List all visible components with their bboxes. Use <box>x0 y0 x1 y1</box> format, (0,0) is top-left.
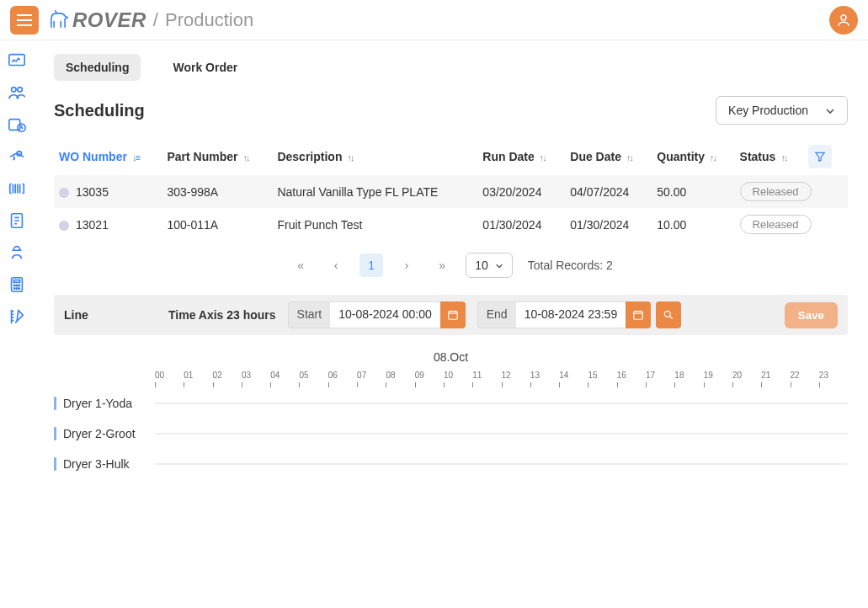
pager-last[interactable]: » <box>430 253 454 277</box>
sidebar-item-finance[interactable] <box>3 143 30 170</box>
timeline-tick: 16 <box>617 371 646 380</box>
sidebar-item-barcode[interactable] <box>3 175 30 202</box>
timeline-tick: 18 <box>674 371 703 380</box>
timeline-tick: 19 <box>704 371 732 380</box>
start-label: Start <box>288 301 331 328</box>
calendar-icon <box>632 309 644 321</box>
timeline-tick: 10 <box>444 371 472 380</box>
timeline-tick: 23 <box>819 371 848 380</box>
filter-select-label: Key Production <box>728 104 808 117</box>
end-calendar-button[interactable] <box>626 301 651 328</box>
svg-rect-17 <box>634 312 643 319</box>
timeline-controls: Line Time Axis 23 hours Start 10-08-2024… <box>54 295 848 335</box>
timeline-row-label: Dryer 2-Groot <box>54 427 155 440</box>
svg-point-12 <box>19 285 19 285</box>
timeline-row-track[interactable] <box>155 463 848 465</box>
sidebar-item-team[interactable] <box>3 79 30 106</box>
col-wo[interactable]: WO Number↓≡ <box>54 138 162 175</box>
header: ROVER / Production <box>0 0 868 40</box>
sidebar-item-production[interactable] <box>3 303 30 330</box>
col-status[interactable]: Status↑↓ <box>735 138 803 175</box>
svg-point-11 <box>16 285 17 285</box>
svg-point-10 <box>14 285 15 285</box>
tabs: Scheduling Work Order <box>54 54 848 81</box>
pager-next[interactable]: › <box>395 253 418 277</box>
col-desc[interactable]: Description↑↓ <box>272 138 477 175</box>
user-icon <box>836 13 851 28</box>
timeline-tick: 14 <box>559 371 588 380</box>
end-value[interactable]: 10-08-2024 23:59 <box>516 301 626 328</box>
timeline-axis-label: Time Axis 23 hours <box>168 308 276 322</box>
timeline-tick: 12 <box>502 371 530 380</box>
timeline-tick: 17 <box>646 371 674 380</box>
timeline-tick: 02 <box>213 371 242 380</box>
sidebar-item-calc[interactable] <box>3 271 30 298</box>
timeline-tick: 04 <box>270 371 299 380</box>
timeline-tick: 05 <box>299 371 327 380</box>
table-row[interactable]: 13021 100-011A Fruit Punch Test 01/30/20… <box>54 208 848 241</box>
tab-work-order[interactable]: Work Order <box>161 54 249 81</box>
timeline-tick: 13 <box>530 371 559 380</box>
timeline-row-label: Dryer 1-Yoda <box>54 397 155 410</box>
sidebar-item-report[interactable] <box>3 207 30 234</box>
filter-button[interactable] <box>808 145 832 168</box>
pager-total: Total Records: 2 <box>528 259 613 272</box>
page-size-select[interactable]: 10 <box>466 253 513 278</box>
start-calendar-button[interactable] <box>440 301 466 328</box>
sidebar <box>0 40 34 608</box>
timeline-tick: 22 <box>791 371 819 380</box>
menu-button[interactable] <box>10 6 39 35</box>
svg-rect-16 <box>448 312 457 319</box>
svg-point-0 <box>841 15 846 20</box>
status-dot <box>59 188 69 198</box>
save-button[interactable]: Save <box>785 302 838 328</box>
table-row[interactable]: 13035 303-998A Natural Vanilla Type FL P… <box>54 175 848 208</box>
sidebar-item-worker[interactable] <box>3 239 30 266</box>
svg-point-13 <box>14 288 15 289</box>
timeline-row: Dryer 2-Groot <box>54 427 848 440</box>
svg-point-15 <box>19 288 19 289</box>
timeline-tick: 20 <box>732 371 761 380</box>
col-qty[interactable]: Quantity↑↓ <box>652 138 734 175</box>
search-icon <box>663 309 674 321</box>
pager-prev[interactable]: ‹ <box>324 253 348 277</box>
timeline-tick: 09 <box>415 371 444 380</box>
timeline-row: Dryer 1-Yoda <box>54 397 848 410</box>
timeline-row-label: Dryer 3-Hulk <box>54 457 155 471</box>
timeline-date-header: 08.Oct <box>54 350 848 364</box>
pager-first[interactable]: « <box>289 253 312 277</box>
row-color-bar <box>54 397 56 410</box>
logo-dog-icon <box>47 9 69 31</box>
pager: « ‹ 1 › » 10 Total Records: 2 <box>54 253 848 278</box>
col-run[interactable]: Run Date↑↓ <box>477 138 565 175</box>
timeline-row-track[interactable] <box>155 403 848 404</box>
work-order-table: WO Number↓≡ Part Number↑↓ Description↑↓ … <box>54 138 848 241</box>
timeline-tick: 01 <box>184 371 212 380</box>
user-avatar[interactable] <box>829 6 858 35</box>
timeline-row: Dryer 3-Hulk <box>54 457 848 471</box>
main-content: Scheduling Work Order Scheduling Key Pro… <box>34 40 868 608</box>
timeline-hours: 0001020304050607080910111213141516171819… <box>155 371 848 380</box>
timeline-tick: 00 <box>155 371 184 380</box>
timeline-row-track[interactable] <box>155 433 848 435</box>
start-value[interactable]: 10-08-2024 00:00 <box>330 301 440 328</box>
pager-page-1[interactable]: 1 <box>359 253 383 277</box>
svg-point-3 <box>18 88 22 93</box>
tab-scheduling[interactable]: Scheduling <box>54 54 141 81</box>
timeline-tick: 15 <box>588 371 616 380</box>
timeline-tick: 11 <box>472 371 501 380</box>
timeline-search-button[interactable] <box>656 301 681 328</box>
timeline-tick: 03 <box>242 371 270 380</box>
row-color-bar <box>54 457 56 471</box>
status-badge: Released <box>740 182 812 201</box>
row-color-bar <box>54 427 56 440</box>
sidebar-item-time[interactable] <box>3 111 30 138</box>
col-part[interactable]: Part Number↑↓ <box>162 138 272 175</box>
sidebar-item-dashboard[interactable] <box>3 47 30 74</box>
col-due[interactable]: Due Date↑↓ <box>565 138 652 175</box>
panel-title: Scheduling <box>54 101 716 120</box>
filter-select[interactable]: Key Production <box>716 96 848 125</box>
timeline-tick: 08 <box>386 371 414 380</box>
svg-rect-9 <box>13 280 19 283</box>
calendar-icon <box>447 309 459 321</box>
